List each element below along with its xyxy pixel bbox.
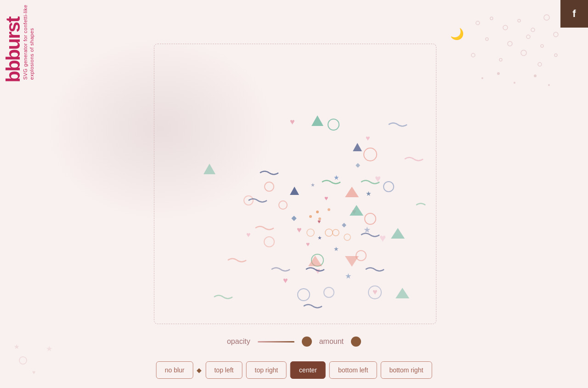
svg-point-71 xyxy=(316,211,319,213)
svg-rect-74 xyxy=(342,223,346,228)
dark-mode-button[interactable]: 🌙 xyxy=(450,28,464,40)
blur-buttons-row: no blur ◆ top left top right center bott… xyxy=(156,361,432,379)
svg-point-7 xyxy=(508,41,512,46)
diamond-icon: ◆ xyxy=(197,366,202,374)
bottom-right-button[interactable]: bottom right xyxy=(380,361,432,379)
opacity-label: opacity xyxy=(227,337,250,346)
svg-point-42 xyxy=(364,148,377,161)
bg-decoration-dots xyxy=(464,14,565,106)
canvas-area[interactable]: ♥ ♥ ♥ ♥ ♥ ♥ ♥ ♥ ♥ ♥ ♥ ♥ ♥ ★ ★ ★ ★ ★ ★ ★ xyxy=(154,44,436,324)
svg-marker-62 xyxy=(204,164,215,174)
svg-text:★: ★ xyxy=(366,190,372,197)
svg-point-57 xyxy=(333,229,339,236)
app-title: bbburst SVG generator for confetti-likee… xyxy=(5,5,35,82)
svg-marker-60 xyxy=(345,187,359,197)
svg-text:★: ★ xyxy=(334,245,339,252)
svg-point-0 xyxy=(476,21,480,25)
svg-point-5 xyxy=(544,15,549,20)
no-blur-button[interactable]: no blur xyxy=(156,361,193,379)
svg-text:♥: ♥ xyxy=(297,225,302,234)
svg-point-10 xyxy=(554,32,558,37)
svg-marker-64 xyxy=(396,288,409,298)
svg-text:♥: ♥ xyxy=(246,231,251,239)
svg-rect-73 xyxy=(291,216,296,221)
svg-text:★: ★ xyxy=(14,343,20,350)
svg-point-9 xyxy=(541,45,543,47)
svg-point-49 xyxy=(356,251,366,261)
svg-text:★: ★ xyxy=(345,272,351,280)
svg-point-76 xyxy=(19,357,27,364)
svg-marker-67 xyxy=(290,187,299,195)
svg-point-13 xyxy=(521,50,526,56)
svg-marker-68 xyxy=(353,143,362,151)
bg-decoration-bl: ★ ♥ ★ xyxy=(9,324,64,379)
svg-text:♥: ♥ xyxy=(32,369,35,376)
svg-point-16 xyxy=(481,77,483,79)
svg-point-45 xyxy=(365,213,376,224)
svg-point-47 xyxy=(325,229,333,236)
svg-point-4 xyxy=(531,28,535,32)
svg-point-3 xyxy=(518,19,520,22)
controls-row: opacity amount xyxy=(227,337,361,347)
svg-point-12 xyxy=(499,58,502,61)
svg-point-48 xyxy=(307,229,314,236)
svg-point-8 xyxy=(526,35,530,39)
top-left-button[interactable]: top left xyxy=(205,361,242,379)
opacity-slider-track[interactable] xyxy=(258,341,294,342)
svg-text:♥: ♥ xyxy=(324,194,328,202)
svg-text:♥: ♥ xyxy=(366,134,370,142)
svg-point-15 xyxy=(554,54,557,57)
bottom-left-button[interactable]: bottom left xyxy=(329,361,377,379)
svg-point-72 xyxy=(328,208,330,211)
amount-label: amount xyxy=(319,337,344,346)
svg-text:★: ★ xyxy=(46,345,52,353)
svg-point-20 xyxy=(548,84,550,86)
svg-text:♥: ♥ xyxy=(373,287,378,297)
svg-point-14 xyxy=(538,63,542,66)
svg-point-43 xyxy=(384,182,394,192)
svg-point-1 xyxy=(490,17,493,20)
fb-icon: f xyxy=(572,8,576,20)
svg-point-70 xyxy=(318,217,321,220)
amount-slider-handle[interactable] xyxy=(351,337,361,347)
svg-text:★: ★ xyxy=(334,174,339,181)
svg-point-44 xyxy=(265,182,274,191)
svg-point-17 xyxy=(497,72,500,75)
top-right-button[interactable]: top right xyxy=(246,361,287,379)
confetti-svg: ♥ ♥ ♥ ♥ ♥ ♥ ♥ ♥ ♥ ♥ ♥ ♥ ♥ ★ ★ ★ ★ ★ ★ ★ xyxy=(154,44,436,324)
opacity-slider-handle[interactable] xyxy=(302,337,312,347)
svg-point-69 xyxy=(309,215,312,218)
svg-point-54 xyxy=(298,289,310,301)
svg-point-58 xyxy=(344,234,351,240)
center-button[interactable]: center xyxy=(290,361,326,379)
facebook-button[interactable]: f xyxy=(560,0,588,28)
svg-rect-75 xyxy=(356,163,360,168)
svg-marker-65 xyxy=(308,256,322,266)
svg-point-2 xyxy=(503,25,508,30)
svg-text:♥: ♥ xyxy=(306,240,310,248)
svg-point-41 xyxy=(328,119,339,130)
svg-text:♥: ♥ xyxy=(290,117,295,126)
svg-point-11 xyxy=(471,53,475,57)
svg-point-46 xyxy=(279,201,287,209)
svg-point-53 xyxy=(324,287,334,297)
svg-marker-63 xyxy=(391,228,405,239)
svg-text:★: ★ xyxy=(317,235,322,240)
svg-point-6 xyxy=(486,38,488,40)
svg-point-19 xyxy=(534,74,537,77)
svg-point-18 xyxy=(514,82,515,84)
svg-point-55 xyxy=(264,237,274,247)
svg-text:♥: ♥ xyxy=(283,276,288,285)
svg-marker-59 xyxy=(311,115,323,126)
svg-text:★: ★ xyxy=(311,182,315,188)
svg-marker-66 xyxy=(345,256,359,267)
svg-text:♥: ♥ xyxy=(379,232,386,244)
